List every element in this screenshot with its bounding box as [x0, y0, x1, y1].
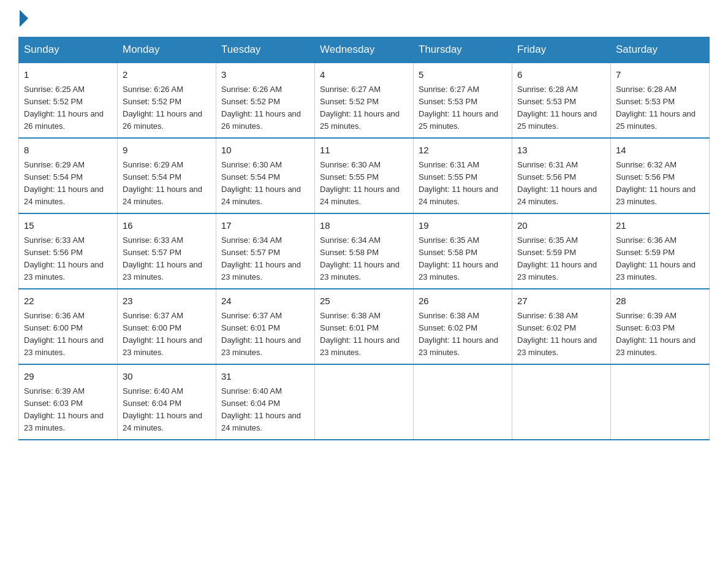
calendar-cell: 28Sunrise: 6:39 AMSunset: 6:03 PMDayligh…: [611, 289, 710, 364]
day-info: Sunrise: 6:38 AMSunset: 6:01 PMDaylight:…: [320, 311, 400, 357]
calendar-cell: 8Sunrise: 6:29 AMSunset: 5:54 PMDaylight…: [19, 138, 118, 213]
calendar-cell: 29Sunrise: 6:39 AMSunset: 6:03 PMDayligh…: [19, 364, 118, 440]
day-info: Sunrise: 6:33 AMSunset: 5:56 PMDaylight:…: [24, 236, 104, 282]
day-number: 20: [517, 219, 605, 233]
day-number: 23: [123, 294, 211, 308]
calendar-cell: 3Sunrise: 6:26 AMSunset: 5:52 PMDaylight…: [216, 63, 315, 138]
column-header-monday: Monday: [118, 37, 216, 63]
calendar-cell: 19Sunrise: 6:35 AMSunset: 5:58 PMDayligh…: [414, 213, 512, 289]
calendar-week-row: 22Sunrise: 6:36 AMSunset: 6:00 PMDayligh…: [19, 289, 710, 364]
calendar-cell: 22Sunrise: 6:36 AMSunset: 6:00 PMDayligh…: [19, 289, 118, 364]
day-number: 5: [419, 68, 507, 82]
calendar-cell: 18Sunrise: 6:34 AMSunset: 5:58 PMDayligh…: [315, 213, 414, 289]
calendar-cell: 31Sunrise: 6:40 AMSunset: 6:04 PMDayligh…: [216, 364, 315, 440]
day-number: 8: [24, 144, 112, 158]
calendar-cell: 4Sunrise: 6:27 AMSunset: 5:52 PMDaylight…: [315, 63, 414, 138]
day-number: 4: [320, 68, 408, 82]
day-info: Sunrise: 6:29 AMSunset: 5:54 PMDaylight:…: [123, 160, 202, 206]
day-info: Sunrise: 6:33 AMSunset: 5:57 PMDaylight:…: [123, 236, 202, 282]
day-number: 12: [419, 144, 507, 158]
day-info: Sunrise: 6:40 AMSunset: 6:04 PMDaylight:…: [123, 386, 202, 432]
calendar-cell: 14Sunrise: 6:32 AMSunset: 5:56 PMDayligh…: [611, 138, 710, 213]
day-info: Sunrise: 6:26 AMSunset: 5:52 PMDaylight:…: [123, 85, 202, 131]
calendar-cell: 16Sunrise: 6:33 AMSunset: 5:57 PMDayligh…: [118, 213, 216, 289]
calendar-week-row: 8Sunrise: 6:29 AMSunset: 5:54 PMDaylight…: [19, 138, 710, 213]
column-header-wednesday: Wednesday: [315, 37, 414, 63]
day-info: Sunrise: 6:28 AMSunset: 5:53 PMDaylight:…: [616, 85, 696, 131]
day-number: 15: [24, 219, 112, 233]
day-number: 19: [419, 219, 507, 233]
day-number: 3: [221, 68, 309, 82]
calendar-week-row: 29Sunrise: 6:39 AMSunset: 6:03 PMDayligh…: [19, 364, 710, 440]
day-info: Sunrise: 6:31 AMSunset: 5:56 PMDaylight:…: [517, 160, 597, 206]
day-info: Sunrise: 6:35 AMSunset: 5:59 PMDaylight:…: [517, 236, 597, 282]
day-number: 27: [517, 294, 605, 308]
column-header-tuesday: Tuesday: [216, 37, 315, 63]
day-number: 26: [419, 294, 507, 308]
calendar-cell: 6Sunrise: 6:28 AMSunset: 5:53 PMDaylight…: [512, 63, 611, 138]
calendar-cell: 17Sunrise: 6:34 AMSunset: 5:57 PMDayligh…: [216, 213, 315, 289]
logo: [18, 12, 28, 26]
day-number: 14: [616, 144, 704, 158]
day-info: Sunrise: 6:34 AMSunset: 5:57 PMDaylight:…: [221, 236, 301, 282]
calendar-cell: [414, 364, 512, 440]
day-number: 28: [616, 294, 704, 308]
calendar-cell: [611, 364, 710, 440]
day-number: 16: [123, 219, 211, 233]
calendar-cell: 9Sunrise: 6:29 AMSunset: 5:54 PMDaylight…: [118, 138, 216, 213]
calendar-cell: 7Sunrise: 6:28 AMSunset: 5:53 PMDaylight…: [611, 63, 710, 138]
day-info: Sunrise: 6:27 AMSunset: 5:52 PMDaylight:…: [320, 85, 400, 131]
day-info: Sunrise: 6:28 AMSunset: 5:53 PMDaylight:…: [517, 85, 597, 131]
column-header-saturday: Saturday: [611, 37, 710, 63]
day-number: 10: [221, 144, 309, 158]
calendar-cell: 1Sunrise: 6:25 AMSunset: 5:52 PMDaylight…: [19, 63, 118, 138]
day-number: 6: [517, 68, 605, 82]
day-info: Sunrise: 6:40 AMSunset: 6:04 PMDaylight:…: [221, 386, 301, 432]
day-number: 25: [320, 294, 408, 308]
day-number: 9: [123, 144, 211, 158]
day-info: Sunrise: 6:27 AMSunset: 5:53 PMDaylight:…: [419, 85, 498, 131]
day-info: Sunrise: 6:39 AMSunset: 6:03 PMDaylight:…: [616, 311, 696, 357]
calendar-cell: 26Sunrise: 6:38 AMSunset: 6:02 PMDayligh…: [414, 289, 512, 364]
day-info: Sunrise: 6:32 AMSunset: 5:56 PMDaylight:…: [616, 160, 696, 206]
page-header: [18, 12, 710, 26]
calendar-cell: 24Sunrise: 6:37 AMSunset: 6:01 PMDayligh…: [216, 289, 315, 364]
column-header-sunday: Sunday: [19, 37, 118, 63]
day-info: Sunrise: 6:34 AMSunset: 5:58 PMDaylight:…: [320, 236, 400, 282]
calendar-cell: 13Sunrise: 6:31 AMSunset: 5:56 PMDayligh…: [512, 138, 611, 213]
day-info: Sunrise: 6:39 AMSunset: 6:03 PMDaylight:…: [24, 386, 104, 432]
day-number: 7: [616, 68, 704, 82]
day-number: 17: [221, 219, 309, 233]
logo-arrow-icon: [20, 10, 28, 27]
day-info: Sunrise: 6:35 AMSunset: 5:58 PMDaylight:…: [419, 236, 498, 282]
calendar-cell: 20Sunrise: 6:35 AMSunset: 5:59 PMDayligh…: [512, 213, 611, 289]
day-info: Sunrise: 6:25 AMSunset: 5:52 PMDaylight:…: [24, 85, 104, 131]
calendar-week-row: 1Sunrise: 6:25 AMSunset: 5:52 PMDaylight…: [19, 63, 710, 138]
day-info: Sunrise: 6:38 AMSunset: 6:02 PMDaylight:…: [419, 311, 498, 357]
day-number: 11: [320, 144, 408, 158]
calendar-cell: 21Sunrise: 6:36 AMSunset: 5:59 PMDayligh…: [611, 213, 710, 289]
day-info: Sunrise: 6:30 AMSunset: 5:55 PMDaylight:…: [320, 160, 400, 206]
calendar-cell: 2Sunrise: 6:26 AMSunset: 5:52 PMDaylight…: [118, 63, 216, 138]
day-info: Sunrise: 6:36 AMSunset: 6:00 PMDaylight:…: [24, 311, 104, 357]
calendar-cell: 10Sunrise: 6:30 AMSunset: 5:54 PMDayligh…: [216, 138, 315, 213]
calendar-cell: 23Sunrise: 6:37 AMSunset: 6:00 PMDayligh…: [118, 289, 216, 364]
day-info: Sunrise: 6:26 AMSunset: 5:52 PMDaylight:…: [221, 85, 301, 131]
column-header-friday: Friday: [512, 37, 611, 63]
day-number: 22: [24, 294, 112, 308]
day-number: 18: [320, 219, 408, 233]
calendar-cell: 11Sunrise: 6:30 AMSunset: 5:55 PMDayligh…: [315, 138, 414, 213]
day-number: 30: [123, 370, 211, 384]
day-number: 31: [221, 370, 309, 384]
day-number: 21: [616, 219, 704, 233]
day-number: 24: [221, 294, 309, 308]
calendar-cell: [315, 364, 414, 440]
calendar-week-row: 15Sunrise: 6:33 AMSunset: 5:56 PMDayligh…: [19, 213, 710, 289]
day-number: 1: [24, 68, 112, 82]
day-info: Sunrise: 6:30 AMSunset: 5:54 PMDaylight:…: [221, 160, 301, 206]
day-info: Sunrise: 6:37 AMSunset: 6:00 PMDaylight:…: [123, 311, 202, 357]
day-info: Sunrise: 6:31 AMSunset: 5:55 PMDaylight:…: [419, 160, 498, 206]
calendar-cell: 5Sunrise: 6:27 AMSunset: 5:53 PMDaylight…: [414, 63, 512, 138]
calendar-header-row: SundayMondayTuesdayWednesdayThursdayFrid…: [19, 37, 710, 63]
day-info: Sunrise: 6:37 AMSunset: 6:01 PMDaylight:…: [221, 311, 301, 357]
